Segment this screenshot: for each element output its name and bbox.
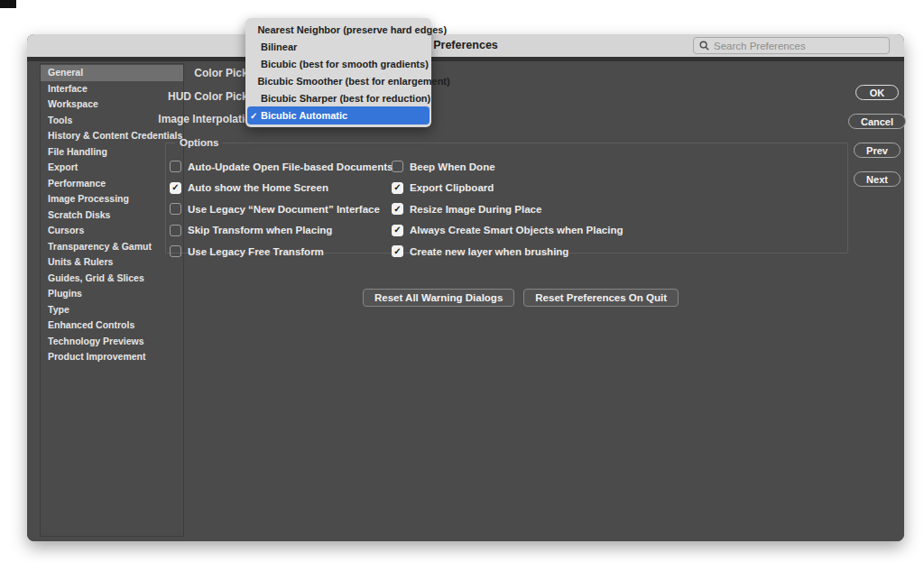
screen-artifact [0,0,16,8]
check-icon: ✓ [171,183,179,192]
dialog-titlebar[interactable]: Preferences [27,34,904,57]
checkbox-option[interactable]: ✓ Use Legacy “New Document” Interface [170,198,393,220]
sidebar-item[interactable]: Technology Previews [41,334,183,350]
sidebar-item[interactable]: Guides, Grid & Slices [41,271,183,287]
action-button[interactable]: Next [854,171,901,187]
checkbox-label: Beep When Done [410,161,495,172]
action-button[interactable]: OK [855,85,899,100]
checkbox-label: Create new layer when brushing [410,246,568,257]
checkbox[interactable]: ✓ [170,182,181,194]
dropdown-item-label: Bicubic (best for smooth gradients) [261,59,429,69]
checkbox-option[interactable]: ✓ Beep When Done [392,156,623,178]
dropdown-item[interactable]: ✓ Bilinear [245,38,431,55]
search-input[interactable] [714,41,883,51]
reset-button[interactable]: Reset Preferences On Quit [523,289,679,307]
screenshot-canvas: Preferences General Interface Workspace [0,0,924,562]
dropdown-item[interactable]: ✓ Bicubic Smoother (best for enlargement… [245,72,431,89]
dialog-content: General Interface Workspace Tools Histor… [27,57,904,541]
field-label: Image Interpolation: [27,113,262,125]
sidebar-item[interactable]: Type [41,302,183,318]
dialog-action-buttons: OK Cancel Prev Next [850,85,904,187]
dropdown-item-label: Nearest Neighbor (preserve hard edges) [257,24,447,35]
check-icon: ✓ [250,111,261,121]
options-group: Options ✓ Auto-Update Open File-based Do… [165,137,848,253]
checkbox[interactable]: ✓ [170,225,181,236]
dropdown-item-label: Bicubic Automatic [261,110,347,121]
dropdown-item[interactable]: ✓ Bicubic Sharper (best for reduction) [245,89,431,106]
titlebar-divider [27,57,904,61]
sidebar-item[interactable]: Scratch Disks [41,207,183,224]
checkbox[interactable]: ✓ [392,182,403,194]
options-group-title: Options [175,137,223,148]
checkbox[interactable]: ✓ [170,245,181,257]
sidebar-item[interactable]: Export [41,160,183,176]
checkbox-option[interactable]: ✓ Use Legacy Free Transform [170,241,393,263]
checkbox-label: Resize Image During Place [410,204,541,215]
action-button[interactable]: Cancel [848,114,906,129]
check-icon: ✓ [393,226,401,235]
action-button[interactable]: Prev [854,143,901,158]
checkbox[interactable]: ✓ [392,225,403,236]
checkbox-label: Export Clipboard [410,182,494,193]
checkbox-label: Always Create Smart Objects when Placing [410,225,623,235]
interpolation-dropdown-menu: ✓ Nearest Neighbor (preserve hard edges)… [245,18,431,127]
sidebar-item[interactable]: Transparency & Gamut [41,239,183,255]
search-field[interactable] [693,37,890,54]
reset-button[interactable]: Reset All Warning Dialogs [363,289,514,307]
dropdown-item-label: Bilinear [261,41,297,52]
checkbox-label: Use Legacy Free Transform [188,246,324,257]
checkbox-option[interactable]: ✓ Auto show the Home Screen [170,178,393,199]
preferences-dialog: Preferences General Interface Workspace [27,34,904,541]
sidebar-item[interactable]: Product Improvement [41,349,183,365]
checkbox-option[interactable]: ✓ Always Create Smart Objects when Placi… [392,220,623,242]
field-label-column: Color Picker: HUD Color Picker: Image In… [27,67,262,136]
check-icon: ✓ [393,183,401,192]
checkbox[interactable]: ✓ [392,203,403,215]
checkbox-option[interactable]: ✓ Create new layer when brushing [392,241,623,263]
checkbox[interactable]: ✓ [392,245,403,257]
checkbox-label: Skip Transform when Placing [188,225,332,235]
sidebar-item[interactable]: Plugins [41,286,183,302]
search-icon [699,41,709,51]
check-icon: ✓ [393,247,401,256]
dropdown-item[interactable]: ✓ Bicubic (best for smooth gradients) [245,55,431,72]
checkbox-label: Use Legacy “New Document” Interface [188,204,380,215]
checkbox-label: Auto-Update Open File-based Documents [188,161,393,172]
sidebar-item[interactable]: Cursors [41,223,183,239]
checkbox[interactable]: ✓ [392,161,403,172]
checkbox-option[interactable]: ✓ Skip Transform when Placing [170,220,393,242]
field-label: Color Picker: [27,67,262,79]
checkbox[interactable]: ✓ [170,161,181,172]
field-label: HUD Color Picker: [27,90,262,103]
reset-buttons-row: Reset All Warning Dialogs Reset Preferen… [363,289,679,307]
dropdown-item-label: Bicubic Smoother (best for enlargement) [257,76,449,87]
sidebar-item[interactable]: Enhanced Controls [41,318,183,334]
dropdown-item-label: Bicubic Sharper (best for reduction) [261,93,430,104]
checkbox-label: Auto show the Home Screen [188,182,328,193]
checkbox[interactable]: ✓ [170,203,181,215]
dropdown-item[interactable]: ✓ Bicubic Automatic [247,106,430,124]
checkbox-option[interactable]: ✓ Resize Image During Place [392,198,623,220]
dropdown-item[interactable]: ✓ Nearest Neighbor (preserve hard edges) [245,21,431,38]
checkbox-option[interactable]: ✓ Auto-Update Open File-based Documents [170,156,393,178]
options-column-right: ✓ Beep When Done ✓ Export Clipboard ✓ Re… [392,156,623,263]
check-icon: ✓ [393,205,401,214]
sidebar-item[interactable]: Units & Rulers [41,254,183,271]
options-column-left: ✓ Auto-Update Open File-based Documents … [170,156,393,263]
sidebar-item[interactable]: File Handling [41,144,183,161]
sidebar-item[interactable]: Image Processing [41,191,183,207]
checkbox-option[interactable]: ✓ Export Clipboard [392,178,623,199]
sidebar-item[interactable]: Performance [41,176,183,192]
